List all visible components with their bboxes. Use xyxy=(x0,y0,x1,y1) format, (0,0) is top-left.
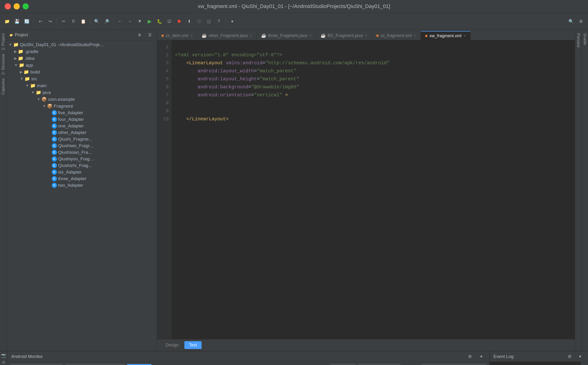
project-settings-btn[interactable]: ⚙ xyxy=(135,31,144,39)
dropdown-btn[interactable]: ▾ xyxy=(228,17,236,26)
tree-item-four-adapter[interactable]: ▶ C four_Adapter xyxy=(7,116,157,123)
tab-xw-fragment-xml[interactable]: ■ xw_fragment.xml ✕ xyxy=(421,31,471,40)
class-icon: C xyxy=(52,143,57,148)
project-collapse-btn[interactable]: ☰ xyxy=(146,31,154,39)
tree-item-five-adapter[interactable]: ▶ C five_Adapter xyxy=(7,110,157,116)
forward-btn[interactable]: → xyxy=(126,17,134,26)
logcat-tab[interactable]: 🐱 logcat xyxy=(127,364,151,365)
tree-item-two-adapter[interactable]: ▶ C two_Adapter xyxy=(7,182,157,189)
undo-btn[interactable]: ↩ xyxy=(36,17,44,26)
tree-item-com-example[interactable]: ▼ 📦 com.example xyxy=(7,96,157,103)
java-icon: ☕ xyxy=(202,33,207,38)
tab-other-fragment-java[interactable]: ☕ other_Fragment.java ✕ xyxy=(197,31,257,40)
sidebar-item-captures[interactable]: Captures xyxy=(0,77,7,96)
tree-item-qiushiyou-fragment[interactable]: ▶ C Qiushiyou_Frag... xyxy=(7,156,157,162)
tree-item-app[interactable]: ▼ 📁 app xyxy=(7,62,157,69)
event-log-minimize-btn[interactable]: ▾ xyxy=(576,352,584,361)
tree-item-idea[interactable]: ▶ 📁 .idea xyxy=(7,55,157,62)
run-btn[interactable]: ▶ xyxy=(145,17,154,26)
new-project-btn[interactable]: 📁 xyxy=(3,17,11,26)
tree-item-main[interactable]: ▼ 📁 main xyxy=(7,82,157,89)
cut-btn[interactable]: ✂ xyxy=(59,17,68,26)
tree-item-label: .idea xyxy=(25,56,34,61)
replace-btn[interactable]: 🔎 xyxy=(102,17,111,26)
expand-arrow: ▼ xyxy=(14,63,18,67)
tree-item-other-adapter[interactable]: ▶ C other_Adapter xyxy=(7,129,157,136)
monitor-minimize-btn[interactable]: ▾ xyxy=(477,352,486,361)
process-selector[interactable]: No Debuggable Processes ⬍ xyxy=(65,364,125,365)
minimize-button[interactable] xyxy=(14,3,20,9)
code-editor[interactable]: 1 2 3 4 5 6 7 8 9 10 <?xml version="1.0"… xyxy=(157,40,575,339)
debug-btn[interactable]: 🐛 xyxy=(155,17,164,26)
tab-three-fragment-java[interactable]: ☕ three_Fragment.java ✕ xyxy=(257,31,316,40)
avd-btn[interactable]: ◻ xyxy=(205,17,213,26)
design-tab[interactable]: Design xyxy=(161,341,183,349)
paste-btn[interactable]: 📋 xyxy=(79,17,88,26)
line-num: 4 xyxy=(157,67,169,75)
tree-item-src[interactable]: ▼ 📁 src xyxy=(7,75,157,82)
show-only-btn[interactable]: Show only selected application ⬍ xyxy=(421,364,487,365)
search-everywhere-btn[interactable]: 🔍 xyxy=(567,17,575,26)
left-sidebar: 1: Project 2: Structure Captures xyxy=(0,30,7,351)
coverage-btn[interactable]: ☑ xyxy=(165,17,174,26)
code-content[interactable]: <?xml version="1.0" encoding="utf-8"?> <… xyxy=(171,40,575,339)
gradle-label[interactable]: Gradle xyxy=(582,32,588,47)
tree-item-qiushiwo-fragment[interactable]: ▶ C Qiushiwo_Fragr... xyxy=(7,142,157,149)
expand-arrow: ▼ xyxy=(31,91,35,95)
tree-item-fragment[interactable]: ▼ 📦 Fragment xyxy=(7,103,157,110)
verbose-selector[interactable]: Verbose ⬍ xyxy=(331,364,356,365)
separator-1 xyxy=(34,18,34,25)
sync-btn[interactable]: 🔄 xyxy=(23,17,31,26)
monitor-settings-btn[interactable]: ⚙ xyxy=(466,352,474,361)
line-num: 7 xyxy=(157,91,169,99)
tab-close-btn[interactable]: ✕ xyxy=(365,34,367,37)
tab-close-btn[interactable]: ✕ xyxy=(190,34,193,37)
tree-item-java[interactable]: ▼ 📁 java xyxy=(7,89,157,96)
tree-item-qiushizhi-fragment[interactable]: ▶ C Qiushizhi_Frag... xyxy=(7,162,157,169)
device-selector[interactable]: No Connected Devices ⬍ xyxy=(10,364,63,365)
tree-item-qiushixiao-fragment[interactable]: ▶ C Qiushixiao_Fra... xyxy=(7,149,157,156)
event-log-settings-btn[interactable]: ⚙ xyxy=(565,352,574,361)
open-btn[interactable]: 💾 xyxy=(13,17,21,26)
stop-btn[interactable]: ⏹ xyxy=(175,17,183,26)
settings-icon[interactable]: ⚙ xyxy=(1,359,7,365)
build-dropdown-btn[interactable]: ▼ xyxy=(135,17,144,26)
editor-area: ■ zx_item.xml ✕ ☕ other_Fragment.java ✕ … xyxy=(157,30,575,351)
sidebar-item-structure[interactable]: 2: Structure xyxy=(0,53,7,76)
class-icon: C xyxy=(52,156,57,161)
tree-item-three-adapter[interactable]: ▶ C three_Adapter xyxy=(7,175,157,182)
tab-close-btn[interactable]: ✕ xyxy=(250,34,252,37)
tree-item-qiushi-fragment[interactable]: ▶ C Qiushi_Fragme... xyxy=(7,136,157,142)
editor-content: 1 2 3 4 5 6 7 8 9 10 <?xml version="1.0"… xyxy=(157,40,575,351)
tree-item-build[interactable]: ▶ 📁 build xyxy=(7,69,157,75)
sdk-btn[interactable]: □ xyxy=(195,17,203,26)
tab-zx-item-xml[interactable]: ■ zx_item.xml ✕ xyxy=(157,31,197,40)
tree-item-one-adapter[interactable]: ▶ C one_Adapter xyxy=(7,123,157,129)
log-search-box[interactable]: 🔍 xyxy=(358,364,400,365)
maximize-button[interactable] xyxy=(23,3,29,9)
main-container: 1: Project 2: Structure Captures 📁 Proje… xyxy=(0,30,588,351)
settings-btn[interactable]: ⚙ xyxy=(577,17,585,26)
help-btn[interactable]: ? xyxy=(215,17,223,26)
tab-bs-fragment-java[interactable]: ☕ BS_Fragment.java ✕ xyxy=(316,31,372,40)
folder-icon: 📁 xyxy=(19,63,24,68)
copy-btn[interactable]: ⎘ xyxy=(69,17,78,26)
tree-item-gradle[interactable]: ▶ 📁 .gradle xyxy=(7,48,157,55)
preview-label[interactable]: Preview xyxy=(575,32,582,49)
tab-close-btn[interactable]: ✕ xyxy=(463,34,466,38)
xml-icon: ■ xyxy=(425,34,428,38)
cam-icon[interactable]: 📷 xyxy=(1,352,7,358)
close-button[interactable] xyxy=(5,3,11,9)
tree-item-six-adapter[interactable]: ▶ C six_Adapter xyxy=(7,169,157,175)
sidebar-item-project[interactable]: 1: Project xyxy=(0,32,7,52)
tab-close-btn[interactable]: ✕ xyxy=(413,34,416,37)
tab-zx-fragment-xml[interactable]: ■ zx_fragment.xml ✕ xyxy=(372,31,421,40)
expand-arrow: ▶ xyxy=(20,70,23,74)
tab-close-btn[interactable]: ✕ xyxy=(309,34,312,37)
gradle-btn[interactable]: ⬆ xyxy=(185,17,193,26)
text-tab[interactable]: Text xyxy=(184,341,202,349)
find-btn[interactable]: 🔍 xyxy=(92,17,101,26)
tree-item-root[interactable]: ▼ 📁 QiuShi_Day01_01 ~/AndroidStudioProje… xyxy=(7,41,157,48)
redo-btn[interactable]: ↪ xyxy=(46,17,54,26)
back-btn[interactable]: ← xyxy=(116,17,124,26)
